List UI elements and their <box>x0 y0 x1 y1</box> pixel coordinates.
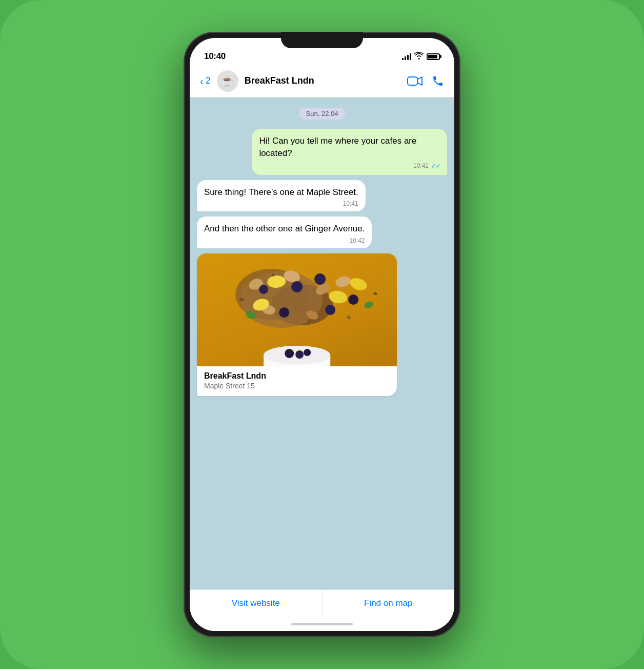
home-indicator <box>190 617 454 631</box>
svg-rect-0 <box>408 77 417 85</box>
phone-call-button[interactable] <box>432 75 444 87</box>
message-received-1-time: 10:41 <box>343 200 358 207</box>
svg-rect-26 <box>373 292 377 296</box>
svg-point-14 <box>291 281 303 292</box>
business-card-message: BreakFast Lndn Maple Street 15 <box>197 253 397 396</box>
svg-rect-24 <box>347 315 351 320</box>
message-sent-1-text: Hi! Can you tell me where your cafes are… <box>259 135 440 160</box>
phone-screen: 10:40 <box>190 38 454 631</box>
svg-point-8 <box>334 275 352 289</box>
find-on-map-button[interactable]: Find on map <box>323 590 455 617</box>
chat-area[interactable]: Sun, 22.04 Hi! Can you tell me where you… <box>190 97 454 589</box>
message-received-1: Sure thing! There's one at Maple Street.… <box>197 180 366 212</box>
message-received-2: And then the other one at Ginger Avenue.… <box>197 217 372 248</box>
nav-actions <box>407 75 444 87</box>
message-received-2-text: And then the other one at Ginger Avenue. <box>204 223 365 235</box>
svg-point-13 <box>348 276 368 292</box>
message-received-1-text: Sure thing! There's one at Maple Street. <box>204 186 358 199</box>
signal-icon <box>402 53 411 60</box>
card-business-name: BreakFast Lndn <box>204 371 390 381</box>
svg-point-31 <box>285 349 294 358</box>
svg-point-15 <box>279 307 289 318</box>
message-sent-1: Hi! Can you tell me where your cafes are… <box>252 129 447 175</box>
home-bar <box>291 623 353 625</box>
phone-mockup: 10:40 <box>184 32 460 637</box>
food-scene <box>197 253 397 366</box>
svg-point-19 <box>325 305 335 315</box>
message-sent-1-meta: 10:41 ✓✓ <box>259 162 440 170</box>
back-button[interactable]: ‹ 2 <box>200 75 211 86</box>
svg-point-32 <box>295 350 304 359</box>
svg-point-18 <box>259 285 268 294</box>
notch <box>281 32 363 48</box>
svg-point-17 <box>348 294 358 305</box>
back-chevron-icon: ‹ <box>200 76 204 86</box>
card-info: BreakFast Lndn Maple Street 15 <box>197 366 397 396</box>
status-icons <box>402 52 440 61</box>
battery-icon <box>427 53 440 60</box>
wifi-icon <box>414 52 424 61</box>
video-call-button[interactable] <box>407 75 422 87</box>
back-count: 2 <box>206 75 211 86</box>
message-received-2-meta: 10:42 <box>204 237 365 244</box>
read-receipt-icon: ✓✓ <box>431 162 440 170</box>
svg-point-33 <box>304 349 311 356</box>
status-time: 10:40 <box>204 51 226 62</box>
visit-website-button[interactable]: Visit website <box>190 590 323 617</box>
date-badge: Sun, 22.04 <box>299 108 346 120</box>
message-received-2-time: 10:42 <box>349 237 365 244</box>
svg-point-21 <box>364 300 374 309</box>
contact-avatar: ☕ <box>217 70 238 92</box>
phone-body: 10:40 <box>184 32 460 637</box>
card-address: Maple Street 15 <box>204 382 390 390</box>
contact-emoji: ☕ <box>220 74 234 88</box>
bottom-actions: Visit website Find on map <box>190 589 454 617</box>
message-received-1-meta: 10:41 <box>204 200 358 207</box>
nav-bar: ‹ 2 ☕ BreakFast Lndn <box>190 65 454 97</box>
message-sent-1-time: 10:41 <box>413 162 429 169</box>
card-image <box>197 253 397 366</box>
contact-name: BreakFast Lndn <box>245 75 401 86</box>
svg-point-16 <box>314 273 326 285</box>
